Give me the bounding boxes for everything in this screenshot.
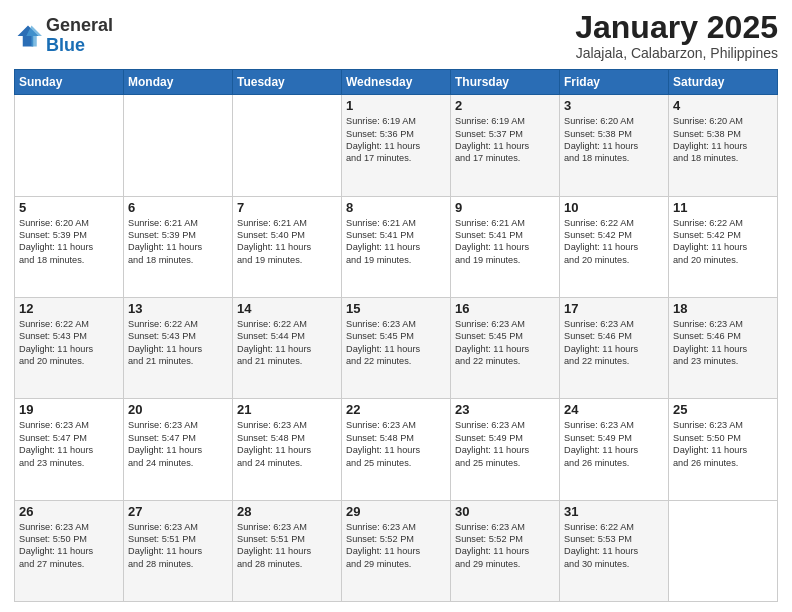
- day-number: 3: [564, 98, 664, 113]
- day-number: 6: [128, 200, 228, 215]
- calendar-cell: 11Sunrise: 6:22 AM Sunset: 5:42 PM Dayli…: [669, 196, 778, 297]
- calendar-cell: 10Sunrise: 6:22 AM Sunset: 5:42 PM Dayli…: [560, 196, 669, 297]
- calendar-cell: 26Sunrise: 6:23 AM Sunset: 5:50 PM Dayli…: [15, 500, 124, 601]
- cell-text: Sunrise: 6:22 AM Sunset: 5:43 PM Dayligh…: [19, 318, 119, 368]
- cell-text: Sunrise: 6:23 AM Sunset: 5:45 PM Dayligh…: [346, 318, 446, 368]
- calendar-cell: 6Sunrise: 6:21 AM Sunset: 5:39 PM Daylig…: [124, 196, 233, 297]
- cell-text: Sunrise: 6:22 AM Sunset: 5:42 PM Dayligh…: [673, 217, 773, 267]
- calendar-week-2: 5Sunrise: 6:20 AM Sunset: 5:39 PM Daylig…: [15, 196, 778, 297]
- cell-text: Sunrise: 6:22 AM Sunset: 5:43 PM Dayligh…: [128, 318, 228, 368]
- calendar-cell: 18Sunrise: 6:23 AM Sunset: 5:46 PM Dayli…: [669, 297, 778, 398]
- calendar-cell: 2Sunrise: 6:19 AM Sunset: 5:37 PM Daylig…: [451, 95, 560, 196]
- calendar-cell: 28Sunrise: 6:23 AM Sunset: 5:51 PM Dayli…: [233, 500, 342, 601]
- cell-text: Sunrise: 6:23 AM Sunset: 5:48 PM Dayligh…: [237, 419, 337, 469]
- calendar-cell: 24Sunrise: 6:23 AM Sunset: 5:49 PM Dayli…: [560, 399, 669, 500]
- month-title: January 2025: [575, 10, 778, 45]
- day-number: 29: [346, 504, 446, 519]
- logo: General Blue: [14, 16, 113, 56]
- cell-text: Sunrise: 6:23 AM Sunset: 5:50 PM Dayligh…: [673, 419, 773, 469]
- cell-text: Sunrise: 6:20 AM Sunset: 5:38 PM Dayligh…: [564, 115, 664, 165]
- day-number: 22: [346, 402, 446, 417]
- cell-text: Sunrise: 6:20 AM Sunset: 5:38 PM Dayligh…: [673, 115, 773, 165]
- col-wednesday: Wednesday: [342, 70, 451, 95]
- col-thursday: Thursday: [451, 70, 560, 95]
- cell-text: Sunrise: 6:21 AM Sunset: 5:41 PM Dayligh…: [346, 217, 446, 267]
- day-number: 19: [19, 402, 119, 417]
- calendar-cell: 16Sunrise: 6:23 AM Sunset: 5:45 PM Dayli…: [451, 297, 560, 398]
- day-number: 5: [19, 200, 119, 215]
- calendar-cell: [233, 95, 342, 196]
- calendar-cell: 14Sunrise: 6:22 AM Sunset: 5:44 PM Dayli…: [233, 297, 342, 398]
- calendar-cell: 21Sunrise: 6:23 AM Sunset: 5:48 PM Dayli…: [233, 399, 342, 500]
- calendar-cell: 9Sunrise: 6:21 AM Sunset: 5:41 PM Daylig…: [451, 196, 560, 297]
- calendar-week-5: 26Sunrise: 6:23 AM Sunset: 5:50 PM Dayli…: [15, 500, 778, 601]
- calendar-header-row: Sunday Monday Tuesday Wednesday Thursday…: [15, 70, 778, 95]
- day-number: 7: [237, 200, 337, 215]
- cell-text: Sunrise: 6:20 AM Sunset: 5:39 PM Dayligh…: [19, 217, 119, 267]
- calendar-cell: 13Sunrise: 6:22 AM Sunset: 5:43 PM Dayli…: [124, 297, 233, 398]
- day-number: 20: [128, 402, 228, 417]
- cell-text: Sunrise: 6:23 AM Sunset: 5:52 PM Dayligh…: [346, 521, 446, 571]
- page: General Blue January 2025 Jalajala, Cala…: [0, 0, 792, 612]
- calendar-cell: 30Sunrise: 6:23 AM Sunset: 5:52 PM Dayli…: [451, 500, 560, 601]
- logo-general-text: General: [46, 15, 113, 35]
- day-number: 28: [237, 504, 337, 519]
- calendar-cell: 19Sunrise: 6:23 AM Sunset: 5:47 PM Dayli…: [15, 399, 124, 500]
- day-number: 1: [346, 98, 446, 113]
- calendar-cell: 8Sunrise: 6:21 AM Sunset: 5:41 PM Daylig…: [342, 196, 451, 297]
- title-block: January 2025 Jalajala, Calabarzon, Phili…: [575, 10, 778, 61]
- calendar-cell: [15, 95, 124, 196]
- day-number: 11: [673, 200, 773, 215]
- calendar-cell: 4Sunrise: 6:20 AM Sunset: 5:38 PM Daylig…: [669, 95, 778, 196]
- col-saturday: Saturday: [669, 70, 778, 95]
- day-number: 4: [673, 98, 773, 113]
- day-number: 21: [237, 402, 337, 417]
- calendar-cell: 17Sunrise: 6:23 AM Sunset: 5:46 PM Dayli…: [560, 297, 669, 398]
- calendar-cell: 22Sunrise: 6:23 AM Sunset: 5:48 PM Dayli…: [342, 399, 451, 500]
- cell-text: Sunrise: 6:21 AM Sunset: 5:41 PM Dayligh…: [455, 217, 555, 267]
- day-number: 2: [455, 98, 555, 113]
- calendar-cell: 29Sunrise: 6:23 AM Sunset: 5:52 PM Dayli…: [342, 500, 451, 601]
- day-number: 27: [128, 504, 228, 519]
- day-number: 31: [564, 504, 664, 519]
- cell-text: Sunrise: 6:23 AM Sunset: 5:49 PM Dayligh…: [455, 419, 555, 469]
- col-monday: Monday: [124, 70, 233, 95]
- cell-text: Sunrise: 6:19 AM Sunset: 5:36 PM Dayligh…: [346, 115, 446, 165]
- cell-text: Sunrise: 6:23 AM Sunset: 5:47 PM Dayligh…: [128, 419, 228, 469]
- calendar-cell: 5Sunrise: 6:20 AM Sunset: 5:39 PM Daylig…: [15, 196, 124, 297]
- day-number: 10: [564, 200, 664, 215]
- calendar-week-3: 12Sunrise: 6:22 AM Sunset: 5:43 PM Dayli…: [15, 297, 778, 398]
- cell-text: Sunrise: 6:23 AM Sunset: 5:52 PM Dayligh…: [455, 521, 555, 571]
- calendar-cell: 31Sunrise: 6:22 AM Sunset: 5:53 PM Dayli…: [560, 500, 669, 601]
- calendar-cell: 3Sunrise: 6:20 AM Sunset: 5:38 PM Daylig…: [560, 95, 669, 196]
- day-number: 24: [564, 402, 664, 417]
- day-number: 15: [346, 301, 446, 316]
- day-number: 18: [673, 301, 773, 316]
- header: General Blue January 2025 Jalajala, Cala…: [14, 10, 778, 61]
- calendar-week-1: 1Sunrise: 6:19 AM Sunset: 5:36 PM Daylig…: [15, 95, 778, 196]
- day-number: 17: [564, 301, 664, 316]
- cell-text: Sunrise: 6:23 AM Sunset: 5:45 PM Dayligh…: [455, 318, 555, 368]
- cell-text: Sunrise: 6:23 AM Sunset: 5:50 PM Dayligh…: [19, 521, 119, 571]
- calendar-cell: 12Sunrise: 6:22 AM Sunset: 5:43 PM Dayli…: [15, 297, 124, 398]
- day-number: 23: [455, 402, 555, 417]
- calendar-cell: 1Sunrise: 6:19 AM Sunset: 5:36 PM Daylig…: [342, 95, 451, 196]
- logo-text: General Blue: [46, 16, 113, 56]
- cell-text: Sunrise: 6:21 AM Sunset: 5:39 PM Dayligh…: [128, 217, 228, 267]
- calendar-cell: 23Sunrise: 6:23 AM Sunset: 5:49 PM Dayli…: [451, 399, 560, 500]
- calendar-cell: 15Sunrise: 6:23 AM Sunset: 5:45 PM Dayli…: [342, 297, 451, 398]
- calendar-cell: 25Sunrise: 6:23 AM Sunset: 5:50 PM Dayli…: [669, 399, 778, 500]
- cell-text: Sunrise: 6:22 AM Sunset: 5:53 PM Dayligh…: [564, 521, 664, 571]
- day-number: 16: [455, 301, 555, 316]
- cell-text: Sunrise: 6:22 AM Sunset: 5:44 PM Dayligh…: [237, 318, 337, 368]
- day-number: 30: [455, 504, 555, 519]
- day-number: 12: [19, 301, 119, 316]
- col-sunday: Sunday: [15, 70, 124, 95]
- col-tuesday: Tuesday: [233, 70, 342, 95]
- day-number: 14: [237, 301, 337, 316]
- calendar-week-4: 19Sunrise: 6:23 AM Sunset: 5:47 PM Dayli…: [15, 399, 778, 500]
- day-number: 8: [346, 200, 446, 215]
- calendar-body: 1Sunrise: 6:19 AM Sunset: 5:36 PM Daylig…: [15, 95, 778, 602]
- cell-text: Sunrise: 6:23 AM Sunset: 5:49 PM Dayligh…: [564, 419, 664, 469]
- calendar-cell: [124, 95, 233, 196]
